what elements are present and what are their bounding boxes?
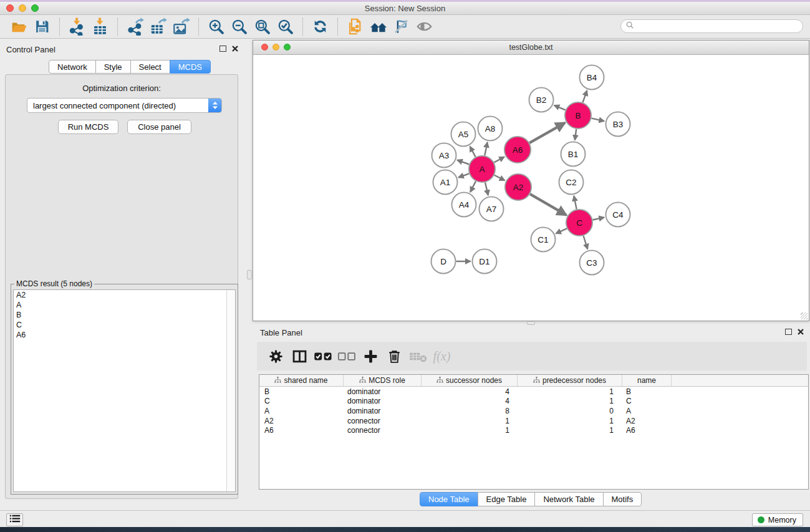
column-header-successor-nodes[interactable]: successor nodes <box>422 375 518 386</box>
close-panel-button[interactable]: Close panel <box>127 120 191 134</box>
export-network-icon[interactable] <box>123 16 147 37</box>
edge-B-B3[interactable] <box>592 118 605 122</box>
cell[interactable]: 1 <box>518 397 622 405</box>
edge-A-A6[interactable] <box>494 157 504 163</box>
table-row[interactable]: A6connector11A6 <box>259 425 808 435</box>
edge-B-B1[interactable] <box>575 129 576 140</box>
cell[interactable]: dominator <box>344 397 422 405</box>
node-A6[interactable]: A6 <box>504 137 531 163</box>
import-table-icon[interactable] <box>89 16 112 37</box>
gear-icon[interactable] <box>265 345 287 367</box>
cell[interactable]: B <box>622 387 672 396</box>
select-all-icon[interactable] <box>312 345 334 367</box>
resize-grip-icon[interactable] <box>801 312 808 319</box>
node-B1[interactable]: B1 <box>561 142 586 167</box>
cell[interactable]: C <box>259 397 344 405</box>
vertical-splitter-grip[interactable] <box>247 270 252 279</box>
edge-C-C3[interactable] <box>584 236 588 249</box>
split-columns-icon[interactable] <box>289 345 311 367</box>
node-B4[interactable]: B4 <box>580 65 604 90</box>
edge-A6-B[interactable] <box>529 123 565 143</box>
node-C4[interactable]: C4 <box>606 203 630 227</box>
cell[interactable]: C <box>622 397 672 405</box>
result-item[interactable]: C <box>14 320 235 330</box>
column-header-name[interactable]: name <box>622 375 672 386</box>
float-table-panel-icon[interactable] <box>785 329 792 335</box>
cell[interactable]: connector <box>344 426 422 435</box>
cell[interactable]: connector <box>344 417 422 425</box>
node-B3[interactable]: B3 <box>606 112 630 137</box>
node-A2[interactable]: A2 <box>505 174 531 200</box>
memory-button[interactable]: Memory <box>752 513 803 526</box>
open-session-icon[interactable] <box>7 16 31 37</box>
zoom-selected-icon[interactable] <box>274 16 297 37</box>
node-D[interactable]: D <box>432 249 456 274</box>
tab-motifs[interactable]: Motifs <box>603 492 642 506</box>
cell[interactable]: A6 <box>259 426 344 435</box>
edge-C-C4[interactable] <box>593 218 605 220</box>
search-input[interactable] <box>637 21 803 32</box>
result-scrollbar[interactable] <box>226 290 235 491</box>
network-graph[interactable]: AA1A2A3A4A5A6A7A8BB1B2B3B4CC1C2C3C4DD1 <box>253 55 809 321</box>
save-session-icon[interactable] <box>31 16 54 37</box>
add-icon[interactable] <box>360 345 382 367</box>
column-header-shared-name[interactable]: shared name <box>259 375 344 386</box>
edge-A-A5[interactable] <box>470 147 476 157</box>
cell[interactable]: dominator <box>344 407 422 415</box>
zoom-fit-icon[interactable] <box>251 16 274 37</box>
node-C2[interactable]: C2 <box>559 170 584 195</box>
node-C1[interactable]: C1 <box>531 228 556 252</box>
node-C[interactable]: C <box>566 210 592 236</box>
trash-icon[interactable] <box>383 345 405 367</box>
edge-A-A7[interactable] <box>485 182 488 195</box>
home-icon[interactable] <box>367 16 390 37</box>
cell[interactable]: 1 <box>518 387 622 396</box>
cell[interactable]: 4 <box>422 387 518 396</box>
network-canvas[interactable]: AA1A2A3A4A5A6A7A8BB1B2B3B4CC1C2C3C4DD1 <box>253 55 809 321</box>
criterion-dropdown[interactable]: largest connected component (directed) <box>27 98 222 113</box>
edge-B-B4[interactable] <box>583 90 587 102</box>
deselect-all-icon[interactable] <box>336 345 358 367</box>
table-row[interactable]: Bdominator41B <box>259 387 808 397</box>
cell[interactable]: 0 <box>518 407 622 415</box>
cell[interactable]: A6 <box>622 426 672 435</box>
export-table-icon[interactable] <box>147 16 170 37</box>
cell[interactable]: 1 <box>518 426 622 435</box>
search-field[interactable] <box>620 19 803 33</box>
mcds-result-list[interactable]: A2ABCA6 <box>13 289 236 492</box>
export-image-icon[interactable] <box>170 16 193 37</box>
node-D1[interactable]: D1 <box>473 249 497 274</box>
tab-edge-table[interactable]: Edge Table <box>478 492 536 506</box>
edge-A-A4[interactable] <box>470 181 476 192</box>
cell[interactable]: 1 <box>518 417 622 425</box>
node-B2[interactable]: B2 <box>529 88 554 112</box>
table-row[interactable]: Adominator80A <box>259 406 808 416</box>
cell[interactable]: 1 <box>422 426 518 435</box>
zoom-out-icon[interactable] <box>228 16 251 37</box>
edge-A-A3[interactable] <box>457 160 469 165</box>
edge-A-A1[interactable] <box>458 173 469 177</box>
result-item[interactable]: A2 <box>14 290 235 300</box>
node-A3[interactable]: A3 <box>432 143 456 168</box>
show-hide-icon[interactable] <box>413 16 436 37</box>
node-A5[interactable]: A5 <box>451 122 476 147</box>
cell[interactable]: 4 <box>422 397 518 405</box>
zoom-in-icon[interactable] <box>205 16 228 37</box>
node-A1[interactable]: A1 <box>433 170 458 195</box>
cell[interactable]: B <box>259 387 344 396</box>
copy-network-icon[interactable] <box>344 16 367 37</box>
tab-network-table[interactable]: Network Table <box>534 492 603 506</box>
node-A4[interactable]: A4 <box>452 193 476 217</box>
column-header-MCDS-role[interactable]: MCDS role <box>344 375 422 386</box>
tab-style[interactable]: Style <box>95 60 131 74</box>
column-header-predecessor-nodes[interactable]: predecessor nodes <box>518 375 622 386</box>
result-item[interactable]: B <box>14 310 235 320</box>
edge-A-A2[interactable] <box>494 175 505 181</box>
cell[interactable]: A <box>259 407 344 415</box>
edge-C-C1[interactable] <box>556 228 567 233</box>
cell[interactable]: A2 <box>622 417 672 425</box>
cell[interactable]: 8 <box>422 407 518 415</box>
float-panel-icon[interactable] <box>219 46 226 52</box>
cell[interactable]: A2 <box>259 417 344 425</box>
close-table-panel-icon[interactable] <box>798 329 804 335</box>
